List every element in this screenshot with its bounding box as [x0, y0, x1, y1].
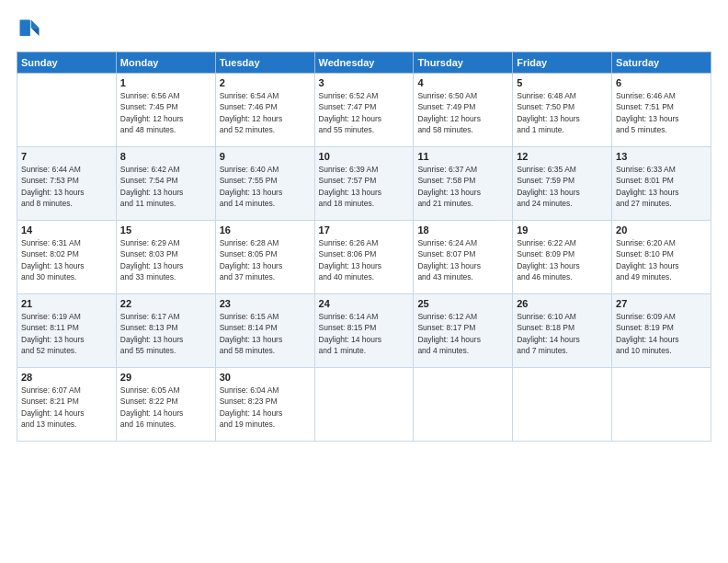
- logo: [17, 17, 46, 42]
- day-number: 26: [517, 298, 608, 309]
- day-cell: 12Sunrise: 6:35 AM Sunset: 7:59 PM Dayli…: [513, 147, 612, 221]
- day-info: Sunrise: 6:28 AM Sunset: 8:05 PM Dayligh…: [220, 237, 311, 282]
- day-cell: 5Sunrise: 6:48 AM Sunset: 7:50 PM Daylig…: [513, 74, 612, 147]
- day-cell: 28Sunrise: 6:07 AM Sunset: 8:21 PM Dayli…: [17, 368, 117, 442]
- day-info: Sunrise: 6:37 AM Sunset: 7:58 PM Dayligh…: [417, 164, 508, 209]
- day-info: Sunrise: 6:50 AM Sunset: 7:49 PM Dayligh…: [417, 90, 508, 135]
- day-cell: 11Sunrise: 6:37 AM Sunset: 7:58 PM Dayli…: [414, 147, 513, 221]
- day-cell: 21Sunrise: 6:19 AM Sunset: 8:11 PM Dayli…: [17, 294, 117, 368]
- day-cell: 2Sunrise: 6:54 AM Sunset: 7:46 PM Daylig…: [215, 74, 314, 147]
- day-info: Sunrise: 6:54 AM Sunset: 7:46 PM Dayligh…: [220, 90, 311, 135]
- col-header-saturday: Saturday: [612, 52, 711, 74]
- week-row-4: 21Sunrise: 6:19 AM Sunset: 8:11 PM Dayli…: [17, 294, 711, 368]
- day-cell: 30Sunrise: 6:04 AM Sunset: 8:23 PM Dayli…: [215, 368, 314, 442]
- day-info: Sunrise: 6:07 AM Sunset: 8:21 PM Dayligh…: [21, 385, 112, 430]
- day-number: 19: [517, 224, 608, 236]
- day-number: 27: [616, 298, 707, 309]
- header-row: SundayMondayTuesdayWednesdayThursdayFrid…: [17, 52, 711, 74]
- day-info: Sunrise: 6:46 AM Sunset: 7:51 PM Dayligh…: [616, 90, 707, 135]
- page: SundayMondayTuesdayWednesdayThursdayFrid…: [0, 0, 728, 563]
- day-cell: 26Sunrise: 6:10 AM Sunset: 8:18 PM Dayli…: [513, 294, 612, 368]
- week-row-2: 7Sunrise: 6:44 AM Sunset: 7:53 PM Daylig…: [17, 147, 711, 221]
- day-info: Sunrise: 6:20 AM Sunset: 8:10 PM Dayligh…: [616, 237, 707, 282]
- day-info: Sunrise: 6:24 AM Sunset: 8:07 PM Dayligh…: [417, 237, 508, 282]
- day-number: 20: [616, 224, 707, 236]
- day-info: Sunrise: 6:39 AM Sunset: 7:57 PM Dayligh…: [319, 164, 410, 209]
- day-number: 10: [319, 151, 410, 162]
- day-cell: [414, 368, 513, 442]
- day-info: Sunrise: 6:48 AM Sunset: 7:50 PM Dayligh…: [517, 90, 608, 135]
- day-cell: 15Sunrise: 6:29 AM Sunset: 8:03 PM Dayli…: [116, 221, 215, 294]
- day-number: 22: [120, 298, 211, 309]
- day-number: 25: [417, 298, 508, 309]
- day-cell: 19Sunrise: 6:22 AM Sunset: 8:09 PM Dayli…: [513, 221, 612, 294]
- day-number: 13: [616, 151, 707, 162]
- day-info: Sunrise: 6:10 AM Sunset: 8:18 PM Dayligh…: [517, 311, 608, 356]
- day-number: 6: [616, 77, 707, 88]
- day-info: Sunrise: 6:44 AM Sunset: 7:53 PM Dayligh…: [21, 164, 112, 209]
- col-header-sunday: Sunday: [17, 52, 117, 74]
- calendar-table: SundayMondayTuesdayWednesdayThursdayFrid…: [17, 52, 711, 442]
- day-cell: 29Sunrise: 6:05 AM Sunset: 8:22 PM Dayli…: [116, 368, 215, 442]
- day-info: Sunrise: 6:12 AM Sunset: 8:17 PM Dayligh…: [417, 311, 508, 356]
- day-cell: 22Sunrise: 6:17 AM Sunset: 8:13 PM Dayli…: [116, 294, 215, 368]
- col-header-thursday: Thursday: [414, 52, 513, 74]
- day-info: Sunrise: 6:29 AM Sunset: 8:03 PM Dayligh…: [120, 237, 211, 282]
- day-info: Sunrise: 6:35 AM Sunset: 7:59 PM Dayligh…: [517, 164, 608, 209]
- week-row-5: 28Sunrise: 6:07 AM Sunset: 8:21 PM Dayli…: [17, 368, 711, 442]
- day-cell: 7Sunrise: 6:44 AM Sunset: 7:53 PM Daylig…: [17, 147, 117, 221]
- day-number: 21: [21, 298, 112, 309]
- day-number: 9: [220, 151, 311, 162]
- col-header-friday: Friday: [513, 52, 612, 74]
- day-info: Sunrise: 6:15 AM Sunset: 8:14 PM Dayligh…: [220, 311, 311, 356]
- day-cell: 3Sunrise: 6:52 AM Sunset: 7:47 PM Daylig…: [314, 74, 414, 147]
- day-cell: 25Sunrise: 6:12 AM Sunset: 8:17 PM Dayli…: [414, 294, 513, 368]
- day-number: 14: [21, 224, 112, 236]
- col-header-monday: Monday: [116, 52, 215, 74]
- day-cell: 13Sunrise: 6:33 AM Sunset: 8:01 PM Dayli…: [612, 147, 711, 221]
- week-row-3: 14Sunrise: 6:31 AM Sunset: 8:02 PM Dayli…: [17, 221, 711, 294]
- logo-icon: [17, 17, 42, 42]
- day-info: Sunrise: 6:52 AM Sunset: 7:47 PM Dayligh…: [319, 90, 410, 135]
- day-number: 3: [319, 77, 410, 88]
- day-number: 2: [220, 77, 311, 88]
- day-number: 15: [120, 224, 211, 236]
- day-number: 29: [120, 372, 211, 383]
- header: [17, 17, 711, 42]
- day-number: 23: [220, 298, 311, 309]
- day-info: Sunrise: 6:22 AM Sunset: 8:09 PM Dayligh…: [517, 237, 608, 282]
- day-cell: 4Sunrise: 6:50 AM Sunset: 7:49 PM Daylig…: [414, 74, 513, 147]
- day-info: Sunrise: 6:09 AM Sunset: 8:19 PM Dayligh…: [616, 311, 707, 356]
- day-number: 4: [417, 77, 508, 88]
- day-info: Sunrise: 6:31 AM Sunset: 8:02 PM Dayligh…: [21, 237, 112, 282]
- day-number: 11: [417, 151, 508, 162]
- day-cell: 27Sunrise: 6:09 AM Sunset: 8:19 PM Dayli…: [612, 294, 711, 368]
- day-number: 12: [517, 151, 608, 162]
- day-number: 16: [220, 224, 311, 236]
- day-cell: 18Sunrise: 6:24 AM Sunset: 8:07 PM Dayli…: [414, 221, 513, 294]
- day-cell: 20Sunrise: 6:20 AM Sunset: 8:10 PM Dayli…: [612, 221, 711, 294]
- day-cell: 6Sunrise: 6:46 AM Sunset: 7:51 PM Daylig…: [612, 74, 711, 147]
- day-cell: [513, 368, 612, 442]
- col-header-tuesday: Tuesday: [215, 52, 314, 74]
- day-number: 5: [517, 77, 608, 88]
- svg-rect-3: [20, 20, 30, 37]
- day-cell: 24Sunrise: 6:14 AM Sunset: 8:15 PM Dayli…: [314, 294, 414, 368]
- week-row-1: 1Sunrise: 6:56 AM Sunset: 7:45 PM Daylig…: [17, 74, 711, 147]
- day-cell: 23Sunrise: 6:15 AM Sunset: 8:14 PM Dayli…: [215, 294, 314, 368]
- day-number: 8: [120, 151, 211, 162]
- day-cell: [612, 368, 711, 442]
- day-number: 28: [21, 372, 112, 383]
- day-number: 1: [120, 77, 211, 88]
- day-cell: 9Sunrise: 6:40 AM Sunset: 7:55 PM Daylig…: [215, 147, 314, 221]
- day-cell: 8Sunrise: 6:42 AM Sunset: 7:54 PM Daylig…: [116, 147, 215, 221]
- day-info: Sunrise: 6:14 AM Sunset: 8:15 PM Dayligh…: [319, 311, 410, 356]
- day-info: Sunrise: 6:33 AM Sunset: 8:01 PM Dayligh…: [616, 164, 707, 209]
- day-number: 7: [21, 151, 112, 162]
- day-number: 30: [220, 372, 311, 383]
- day-info: Sunrise: 6:42 AM Sunset: 7:54 PM Dayligh…: [120, 164, 211, 209]
- day-cell: 17Sunrise: 6:26 AM Sunset: 8:06 PM Dayli…: [314, 221, 414, 294]
- day-info: Sunrise: 6:05 AM Sunset: 8:22 PM Dayligh…: [120, 385, 211, 430]
- day-number: 18: [417, 224, 508, 236]
- day-info: Sunrise: 6:04 AM Sunset: 8:23 PM Dayligh…: [220, 385, 311, 430]
